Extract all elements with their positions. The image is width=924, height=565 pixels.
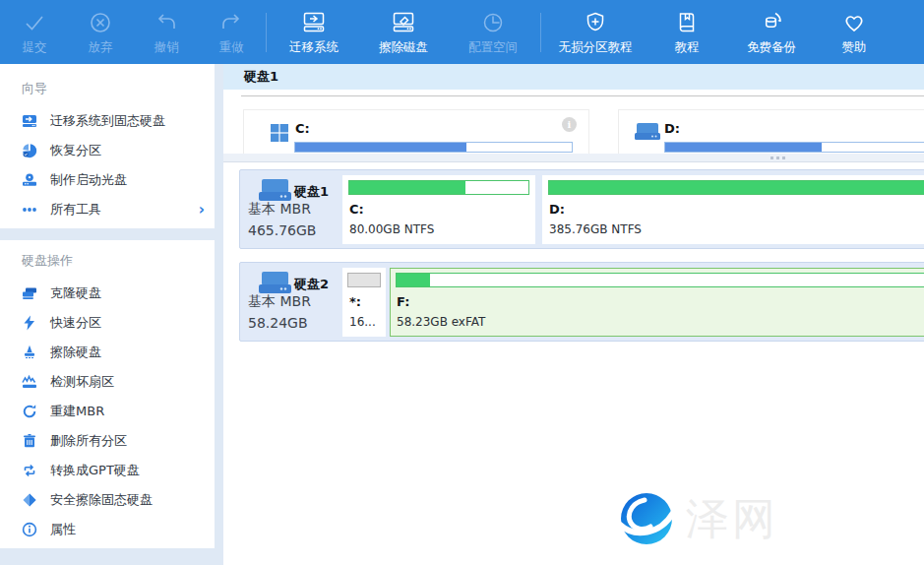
partition-tutorial-icon	[583, 10, 608, 35]
disk-name: 硬盘1	[294, 183, 329, 201]
disk-tab-strip: 硬盘1	[223, 64, 924, 90]
hard-disk-icon	[259, 272, 291, 295]
sidebar-item-label: 安全擦除固态硬盘	[50, 491, 153, 509]
disk-list: 硬盘1 基本 MBR 465.76GB C: 80.00GB NTFS D: 3…	[223, 162, 924, 565]
toolbar-item-label: 配置空间	[468, 39, 518, 56]
sidebar-item-label: 删除所有分区	[50, 432, 127, 450]
volume-name: D:	[664, 121, 680, 136]
partition-usage-bar	[396, 273, 924, 287]
sidebar-item-convert-to-gpt[interactable]: 转换成GPT硬盘	[0, 456, 215, 485]
watermark-logo-icon	[615, 487, 678, 550]
partition-star[interactable]: *: 16...	[342, 268, 386, 337]
toolbar-item-label: 擦除磁盘	[379, 39, 428, 56]
recover-partition-icon	[22, 143, 37, 158]
sidebar-item-check-bad-sectors[interactable]: 检测坏扇区	[0, 367, 215, 397]
donate-button[interactable]: 赞助	[817, 0, 892, 64]
disk-name: 硬盘2	[294, 276, 329, 293]
sidebar-item-migrate-to-ssd[interactable]: 迁移系统到固态硬盘	[0, 106, 215, 136]
partition-detail: 16...	[349, 315, 376, 329]
partition-detail: 58.23GB exFAT	[397, 315, 485, 329]
sidebar-item-wipe-hard-disk[interactable]: 擦除硬盘	[0, 338, 215, 367]
splitter-handle-dots	[770, 157, 785, 159]
delete-all-partitions-icon	[22, 433, 37, 449]
volume-overview-panel: C: i D:	[223, 90, 924, 154]
toolbar-item-label: 迁移系统	[289, 39, 339, 56]
disk-layout: 基本	[248, 201, 276, 217]
discard-button[interactable]: 放弃	[67, 0, 134, 64]
quick-partition-icon	[22, 315, 37, 331]
partition-label: C:	[349, 202, 364, 217]
wipe-disk-icon	[391, 10, 416, 35]
volume-usage-fill	[295, 143, 466, 152]
sidebar-item-label: 制作启动光盘	[50, 171, 127, 189]
donate-heart-icon	[841, 10, 867, 35]
partition-label: F:	[397, 294, 409, 309]
redo-icon	[218, 10, 244, 35]
disk-layout-scheme: 基本 MBR	[248, 201, 311, 219]
partition-usage-bar	[548, 180, 924, 195]
tutorial-button[interactable]: 教程	[647, 0, 726, 64]
info-icon[interactable]: i	[562, 117, 577, 132]
allocate-space-button[interactable]: 配置空间	[448, 0, 538, 64]
allocate-space-icon	[480, 10, 506, 35]
partition-usage-bar	[348, 180, 529, 195]
clone-disk-icon	[22, 285, 37, 301]
convert-to-gpt-icon	[22, 463, 37, 478]
tab-disk1[interactable]: 硬盘1	[223, 68, 278, 86]
partition-c[interactable]: C: 80.00GB NTFS	[342, 175, 535, 244]
redo-button[interactable]: 重做	[199, 0, 264, 64]
partition-label: D:	[549, 202, 565, 217]
watermark-text: 泽网	[686, 490, 778, 548]
sidebar-item-recover-partition[interactable]: 恢复分区	[0, 136, 215, 165]
sidebar-item-properties[interactable]: 属性	[0, 515, 215, 544]
disk-row-2[interactable]: 硬盘2 基本 MBR 58.24GB *: 16... F: 58.23GB e…	[239, 262, 924, 342]
overview-volume-c[interactable]: C: i	[243, 109, 589, 154]
watermark: 泽网	[615, 487, 778, 550]
commit-button[interactable]: 提交	[2, 0, 67, 64]
bootable-media-icon	[22, 172, 37, 188]
sidebar-item-secure-erase-ssd[interactable]: 安全擦除固态硬盘	[0, 485, 215, 515]
partition-f-selected[interactable]: F: 58.23GB exFAT	[390, 268, 924, 337]
volume-usage-bar	[294, 142, 573, 153]
sidebar-item-clone-disk[interactable]: 克隆硬盘	[0, 279, 215, 308]
undo-button[interactable]: 撤销	[134, 0, 199, 64]
toolbar-item-label: 教程	[675, 39, 700, 56]
disk-row-1[interactable]: 硬盘1 基本 MBR 465.76GB C: 80.00GB NTFS D: 3…	[239, 169, 924, 249]
drive-icon	[635, 122, 660, 142]
sidebar-item-all-tools[interactable]: 所有工具 ›	[0, 195, 215, 224]
sidebar-section-title: 向导	[0, 74, 215, 106]
panel-splitter[interactable]	[223, 154, 924, 162]
discard-icon	[88, 10, 113, 35]
disk-size: 465.76GB	[248, 222, 316, 238]
disk-layout: 基本	[248, 293, 276, 309]
windows-logo	[271, 124, 288, 142]
sidebar-section-disk-operations: 硬盘操作 克隆硬盘 快速分区 擦除硬盘 检测坏扇区 重建MBR	[0, 240, 215, 548]
volume-usage-bar	[664, 142, 924, 153]
partition-usage-fill	[549, 181, 924, 194]
migrate-to-ssd-icon	[22, 113, 37, 129]
sidebar-item-rebuild-mbr[interactable]: 重建MBR	[0, 397, 215, 426]
sidebar-item-bootable-media[interactable]: 制作启动光盘	[0, 165, 215, 195]
disk-size: 58.24GB	[248, 315, 308, 331]
migrate-system-button[interactable]: 迁移系统	[269, 0, 359, 64]
overview-volume-d[interactable]: D:	[618, 109, 924, 154]
partition-usage-fill	[349, 181, 465, 194]
rebuild-mbr-icon	[22, 404, 37, 419]
toolbar-item-label: 重做	[219, 39, 244, 56]
sidebar-item-label: 转换成GPT硬盘	[50, 462, 140, 479]
sidebar-item-label: 检测坏扇区	[50, 373, 114, 391]
sidebar: 向导 迁移系统到固态硬盘 恢复分区 制作启动光盘 所有工具 › 硬盘操作	[0, 64, 215, 565]
overview-divider	[241, 95, 924, 96]
sidebar-item-delete-all-partitions[interactable]: 删除所有分区	[0, 426, 215, 456]
main-panel: 硬盘1 C: i D: 硬盘1 基本 MBR	[223, 64, 924, 565]
partition-usage-fill	[348, 274, 380, 286]
disk-scheme: MBR	[279, 201, 310, 217]
wipe-disk-button[interactable]: 擦除磁盘	[359, 0, 448, 64]
free-backup-button[interactable]: 免费备份	[726, 0, 817, 64]
partition-d[interactable]: D: 385.76GB NTFS	[542, 175, 924, 244]
partition-usage-bar	[347, 273, 381, 287]
sidebar-item-quick-partition[interactable]: 快速分区	[0, 308, 215, 338]
undo-icon	[154, 10, 179, 35]
toolbar-separator	[266, 13, 267, 52]
partition-tutorial-button[interactable]: 无损分区教程	[543, 0, 647, 64]
